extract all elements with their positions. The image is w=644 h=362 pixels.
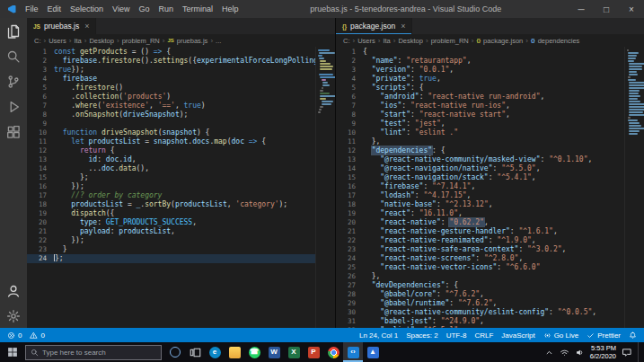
line-number[interactable]: 14 xyxy=(27,164,54,173)
line-number[interactable]: 6 xyxy=(27,93,54,102)
menu-selection[interactable]: Selection xyxy=(66,3,108,15)
code-line[interactable]: 12 return { xyxy=(27,146,315,155)
line-number[interactable]: 24 xyxy=(27,254,54,263)
line-number[interactable]: 17 xyxy=(27,191,54,200)
tab-close-icon[interactable]: × xyxy=(401,22,405,31)
code-line[interactable]: 16 "firebase": "^7.14.1", xyxy=(336,182,624,191)
code-line[interactable]: 17 //? order by category xyxy=(27,191,315,200)
menu-run[interactable]: Run xyxy=(154,3,178,15)
line-number[interactable]: 7 xyxy=(27,102,54,110)
code-line[interactable]: 23 } xyxy=(27,245,315,254)
powerpoint-icon[interactable]: P xyxy=(304,342,323,362)
search-icon[interactable] xyxy=(6,49,21,64)
taskbar-clock[interactable]: 5:53 PM 6/2/2020 xyxy=(590,344,616,361)
breadcrumb-item[interactable]: Desktop xyxy=(89,37,114,45)
code-line[interactable]: 26 }, xyxy=(336,272,624,281)
cortana-icon[interactable] xyxy=(165,342,185,362)
code-line[interactable]: 20 "react-native": "0.62.2", xyxy=(336,218,624,227)
line-number[interactable]: 2 xyxy=(27,57,54,66)
file-explorer-icon[interactable] xyxy=(225,342,244,362)
code-line[interactable]: 6 .collection('products') xyxy=(27,93,315,102)
line-number[interactable]: 12 xyxy=(27,146,54,155)
network-icon[interactable] xyxy=(560,348,569,358)
code-line[interactable]: 2 firebase.firestore().settings({experim… xyxy=(27,57,315,66)
line-number[interactable]: 15 xyxy=(336,173,363,182)
code-line[interactable]: 22 }); xyxy=(27,236,315,245)
menu-go[interactable]: Go xyxy=(134,3,154,15)
code-line[interactable]: 24 "react-native-screens": "^2.8.0", xyxy=(336,254,624,263)
code-line[interactable]: 5 .firestore() xyxy=(27,84,315,93)
line-number[interactable]: 19 xyxy=(336,209,363,218)
line-number[interactable]: 12 xyxy=(336,146,363,155)
line-number[interactable]: 7 xyxy=(336,102,363,110)
code-line[interactable]: 12 "dependencies": { xyxy=(336,146,624,155)
line-number[interactable]: 18 xyxy=(336,200,363,209)
line-number[interactable]: 8 xyxy=(27,110,54,119)
line-number[interactable]: 3 xyxy=(336,66,363,75)
code-line[interactable]: 18 "native-base": "^2.13.12", xyxy=(336,200,624,209)
line-number[interactable]: 20 xyxy=(27,218,54,227)
minimap-right[interactable] xyxy=(624,47,644,328)
line-number[interactable]: 24 xyxy=(336,254,363,263)
code-line[interactable]: 14 "@react-navigation/native": "^5.5.0", xyxy=(336,164,624,173)
taskbar-search[interactable] xyxy=(25,345,162,360)
line-number[interactable]: 20 xyxy=(336,218,363,227)
volume-icon[interactable] xyxy=(575,348,585,358)
menu-view[interactable]: View xyxy=(108,3,134,15)
line-number[interactable]: 29 xyxy=(336,299,363,308)
code-line[interactable]: 15 "@react-navigation/stack": "^5.4.1", xyxy=(336,173,624,182)
line-number[interactable]: 5 xyxy=(27,84,54,93)
breadcrumb-item[interactable]: pruebas.js xyxy=(177,37,208,45)
code-line[interactable]: 11 let productsList = snapshot.docs.map(… xyxy=(27,137,315,146)
line-number[interactable]: 9 xyxy=(336,119,363,128)
tab-pruebas-js[interactable]: JS pruebas.js × xyxy=(27,18,96,34)
line-number[interactable]: 13 xyxy=(336,155,363,164)
line-number[interactable]: 26 xyxy=(336,272,363,281)
source-control-icon[interactable] xyxy=(6,75,21,89)
menu-terminal[interactable]: Terminal xyxy=(178,3,217,15)
menu-help[interactable]: Help xyxy=(217,3,243,15)
line-number[interactable]: 30 xyxy=(336,308,363,317)
code-line[interactable]: 8 "start": "react-native start", xyxy=(336,110,624,119)
breadcrumb-item[interactable]: Users xyxy=(49,37,66,45)
run-debug-icon[interactable] xyxy=(6,100,21,114)
breadcrumb-item[interactable]: C: xyxy=(34,37,41,45)
minimap-left[interactable] xyxy=(315,47,335,328)
code-line[interactable]: 7 .where('existence', '==', true) xyxy=(27,102,315,110)
code-line[interactable]: 9 xyxy=(27,119,315,128)
line-number[interactable]: 11 xyxy=(336,137,363,146)
code-line[interactable]: 20 type: GET_PRODUCTS_SUCCESS, xyxy=(27,218,315,227)
line-number[interactable]: 21 xyxy=(336,227,363,236)
code-line[interactable]: 3 "version": "0.0.1", xyxy=(336,66,624,75)
code-line[interactable]: 31 "babel-jest": "^24.9.0", xyxy=(336,317,624,326)
line-number[interactable]: 1 xyxy=(336,48,363,57)
code-line[interactable]: 15 }; xyxy=(27,173,315,182)
line-number[interactable]: 16 xyxy=(27,182,54,191)
line-number[interactable]: 13 xyxy=(27,155,54,164)
line-number[interactable]: 10 xyxy=(336,128,363,137)
code-line[interactable]: 27 "devDependencies": { xyxy=(336,281,624,290)
tab-package-json[interactable]: {} package.json × xyxy=(336,18,412,34)
line-number[interactable]: 9 xyxy=(27,119,54,128)
status-notifications-bell[interactable] xyxy=(629,331,637,340)
breadcrumb-left[interactable]: C:›Users›Ita›Desktop›problem_RN›JSprueba… xyxy=(27,34,335,47)
line-number[interactable]: 25 xyxy=(336,263,363,272)
line-number[interactable]: 23 xyxy=(336,245,363,254)
breadcrumb-item[interactable]: problem_RN xyxy=(122,37,160,45)
line-number[interactable]: 3 xyxy=(27,66,54,75)
code-line[interactable]: 21 "react-native-gesture-handler": "^1.6… xyxy=(336,227,624,236)
line-number[interactable]: 23 xyxy=(27,245,54,254)
photos-icon[interactable]: ▲ xyxy=(363,342,383,362)
code-line[interactable]: 13 "@react-native-community/masked-view"… xyxy=(336,155,624,164)
code-line[interactable]: 22 "react-native-reanimated": "^1.9.0", xyxy=(336,236,624,245)
status-eol[interactable]: CRLF xyxy=(474,331,493,340)
vscode-icon[interactable]: ‹› xyxy=(343,342,363,362)
code-line[interactable]: 14 ...doc.data(), xyxy=(27,164,315,173)
code-line[interactable]: 5 "scripts": { xyxy=(336,84,624,93)
problems-warnings[interactable]: 0 xyxy=(30,331,44,340)
code-line[interactable]: 4 "private": true, xyxy=(336,75,624,84)
status-cursor-position[interactable]: Ln 24, Col 1 xyxy=(359,331,398,340)
line-number[interactable]: 4 xyxy=(27,75,54,84)
show-desktop-button[interactable] xyxy=(638,342,641,362)
code-line[interactable]: 1const getProducts = () => { xyxy=(27,48,315,57)
